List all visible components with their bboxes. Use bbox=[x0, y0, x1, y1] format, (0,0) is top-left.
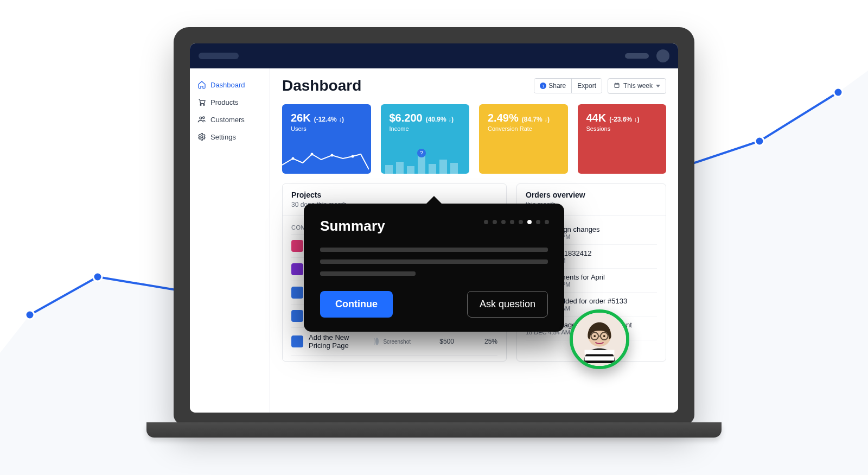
page-title: Dashboard bbox=[282, 77, 361, 94]
bars-icon: ? bbox=[381, 143, 468, 174]
svg-point-33 bbox=[603, 335, 605, 337]
brand-placeholder bbox=[199, 53, 239, 59]
share-badge: 1 bbox=[540, 83, 546, 89]
svg-rect-20 bbox=[418, 156, 425, 174]
ask-question-button[interactable]: Ask question bbox=[467, 291, 548, 318]
projects-title: Projects bbox=[291, 191, 497, 199]
users-icon bbox=[197, 115, 206, 124]
svg-rect-21 bbox=[429, 164, 436, 174]
svg-rect-18 bbox=[396, 162, 404, 174]
svg-rect-17 bbox=[385, 165, 393, 174]
project-swatch bbox=[291, 263, 303, 275]
sidebar-item-settings[interactable]: Settings bbox=[190, 128, 270, 145]
date-filter-label: This week bbox=[623, 82, 653, 90]
stat-label: Conversion Rate bbox=[488, 125, 559, 132]
gear-icon bbox=[197, 132, 206, 141]
orders-title: Orders overview bbox=[526, 191, 657, 199]
topbar-pill bbox=[625, 53, 649, 59]
svg-rect-23 bbox=[450, 163, 458, 174]
topbar-avatar[interactable] bbox=[656, 49, 669, 62]
svg-rect-27 bbox=[585, 350, 615, 354]
sidebar: Dashboard Products Customers bbox=[190, 68, 270, 413]
stat-card-sessions[interactable]: 44K (-23.6% ↓) Sessions bbox=[578, 104, 667, 174]
export-label: Export bbox=[577, 82, 596, 90]
sidebar-item-label: Dashboard bbox=[210, 81, 245, 89]
sidebar-item-label: Settings bbox=[210, 133, 236, 141]
export-button[interactable]: Export bbox=[572, 79, 602, 93]
stat-delta: (-12.4% ↓) bbox=[314, 116, 344, 123]
project-completion: 25% bbox=[459, 338, 497, 345]
stat-label: Income bbox=[390, 125, 461, 132]
cart-icon bbox=[197, 98, 206, 106]
stat-value: 2.49% bbox=[488, 112, 519, 124]
project-members: Screenshot bbox=[373, 337, 411, 346]
svg-point-15 bbox=[331, 154, 334, 157]
stat-value: 44K bbox=[586, 112, 607, 124]
stat-delta: (-23.6% ↓) bbox=[609, 116, 639, 123]
avatar-icon bbox=[374, 337, 380, 346]
stat-label: Sessions bbox=[586, 125, 658, 132]
svg-text:?: ? bbox=[420, 150, 423, 156]
stat-delta: (40.9% ↓) bbox=[426, 116, 454, 123]
continue-button[interactable]: Continue bbox=[320, 291, 393, 318]
project-row[interactable]: Add the New Pricing Page Screenshot $500… bbox=[291, 328, 497, 356]
sparkline-icon bbox=[282, 143, 369, 174]
svg-point-0 bbox=[25, 311, 34, 319]
project-name: Add the New Pricing Page bbox=[309, 333, 367, 350]
svg-point-32 bbox=[593, 335, 596, 337]
svg-rect-22 bbox=[439, 160, 447, 174]
svg-point-13 bbox=[292, 157, 295, 160]
chevron-down-icon bbox=[656, 85, 660, 87]
summary-popover: Summary Continue Ask question bbox=[304, 204, 564, 332]
svg-point-1 bbox=[93, 273, 102, 281]
share-label: Share bbox=[548, 82, 566, 90]
popover-body-placeholder bbox=[320, 248, 548, 276]
svg-point-10 bbox=[203, 117, 205, 118]
svg-rect-28 bbox=[585, 356, 615, 360]
sidebar-item-dashboard[interactable]: Dashboard bbox=[190, 76, 270, 93]
date-filter-button[interactable]: This week bbox=[608, 78, 666, 94]
stat-label: Users bbox=[291, 125, 362, 132]
stat-card-users[interactable]: 26K (-12.4% ↓) Users bbox=[282, 104, 371, 174]
sidebar-item-customers[interactable]: Customers bbox=[190, 111, 270, 128]
project-swatch bbox=[291, 287, 303, 299]
svg-point-11 bbox=[201, 136, 203, 138]
screenshot-tag: Screenshot bbox=[383, 339, 411, 345]
calendar-icon bbox=[614, 82, 620, 90]
svg-point-8 bbox=[203, 104, 205, 105]
share-button[interactable]: 1 Share bbox=[534, 79, 572, 93]
stat-delta: (84.7% ↓) bbox=[522, 116, 550, 123]
svg-point-16 bbox=[352, 155, 354, 158]
sidebar-item-products[interactable]: Products bbox=[190, 93, 270, 111]
step-indicator[interactable] bbox=[484, 220, 549, 224]
svg-point-7 bbox=[200, 104, 201, 105]
project-swatch bbox=[291, 335, 303, 347]
svg-rect-12 bbox=[615, 83, 619, 87]
project-swatch bbox=[291, 240, 303, 252]
project-swatch bbox=[291, 310, 303, 322]
svg-rect-19 bbox=[407, 166, 414, 174]
stat-card-income[interactable]: $6.200 (40.9% ↓) Income ? bbox=[381, 104, 470, 174]
home-icon bbox=[197, 80, 206, 89]
share-export-segment: 1 Share Export bbox=[534, 78, 602, 93]
app-topbar bbox=[190, 43, 678, 68]
stat-card-conversion[interactable]: 2.49% (84.7% ↓) Conversion Rate bbox=[479, 104, 568, 174]
sidebar-item-label: Products bbox=[210, 98, 238, 106]
project-budget: $500 bbox=[416, 338, 454, 345]
sidebar-item-label: Customers bbox=[210, 116, 245, 124]
stat-value: 26K bbox=[291, 112, 311, 124]
stat-cards: 26K (-12.4% ↓) Users $6.200 (40.9% ↓) bbox=[282, 104, 666, 174]
stat-value: $6.200 bbox=[390, 112, 423, 124]
svg-point-5 bbox=[755, 137, 764, 145]
svg-point-6 bbox=[834, 88, 843, 97]
svg-point-14 bbox=[311, 153, 314, 156]
agent-avatar[interactable] bbox=[570, 309, 629, 369]
svg-point-9 bbox=[200, 117, 202, 119]
